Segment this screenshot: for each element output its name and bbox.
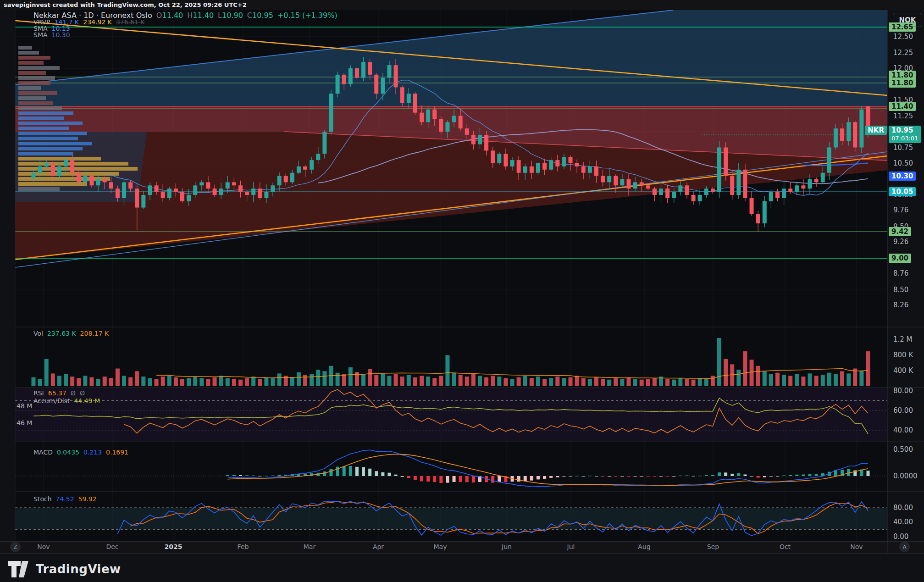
chart-canvas[interactable] <box>0 0 924 582</box>
indicator-value: Ø <box>71 389 76 397</box>
indicator-value: Ø <box>80 389 85 397</box>
time-axis-label-Jun: Jun <box>502 543 512 550</box>
price-axis-label: 11.25 <box>893 112 913 120</box>
rsi-axis-label: 40.00 <box>893 426 913 434</box>
stoch-legend[interactable]: Stoch74.5259.92 <box>33 495 97 503</box>
accum-axis-label: 48 M <box>17 402 32 410</box>
time-axis-label-May: May <box>434 543 447 550</box>
indicator-name: SMA <box>33 31 48 39</box>
indicator-value: 65.37 <box>48 389 66 397</box>
indicator-value: 74.52 <box>56 495 74 503</box>
ohlc-O: O11.40 <box>156 11 183 20</box>
price-axis-label: 12.50 <box>893 33 913 41</box>
timezone-button[interactable]: Z <box>10 542 21 552</box>
rsi-pane <box>15 388 887 441</box>
legend-row-sma-2[interactable]: SMA10.30 <box>33 31 70 39</box>
stoch-axis-label: 40.00 <box>893 518 913 526</box>
indicator-value: 237.63 K <box>47 330 76 337</box>
tradingview-logo[interactable]: TradingView <box>8 560 121 578</box>
macd-axis-label: 0.0000 <box>893 472 918 480</box>
indicator-value: 376.61 K <box>116 18 145 26</box>
time-axis-label-Aug: Aug <box>638 543 650 550</box>
axis-settings-button[interactable]: A <box>899 542 910 552</box>
volume-axis-label: 1.2 M <box>893 335 913 344</box>
time-axis-label-2025: 2025 <box>165 543 183 550</box>
rsi-legend[interactable]: RSI65.37ØØ <box>33 389 85 397</box>
indicator-name: Vol <box>33 330 43 337</box>
rsi-axis-label: 80.00 <box>893 387 913 395</box>
price-axis-label: 9.26 <box>893 238 908 246</box>
indicator-value: 44.49 M <box>74 397 100 405</box>
accum-axis-label: 46 M <box>17 419 32 427</box>
rsi-axis-label: 60.00 <box>893 406 913 415</box>
time-axis-label-Apr: Apr <box>373 543 384 550</box>
price-axis-label: 10.50 <box>893 159 913 167</box>
price-axis-label: 12.25 <box>893 49 913 57</box>
accum-dist-legend[interactable]: Accum/Dist44.49 M <box>33 397 100 405</box>
indicator-value: 59.92 <box>78 495 97 503</box>
time-axis-label-Mar: Mar <box>304 543 315 550</box>
price-badge-10.30: 10.30 <box>889 172 916 181</box>
indicator-value: 0.1691 <box>106 449 128 456</box>
time-axis-label-Jul: Jul <box>567 543 575 550</box>
ohlc-C: C10.95 <box>247 11 273 20</box>
price-badge-11.40: 11.40 <box>889 102 916 111</box>
indicator-name: RSI <box>33 389 44 397</box>
volume-legend[interactable]: Vol237.63 K208.17 K <box>33 330 109 337</box>
indicator-name: Stoch <box>33 495 52 503</box>
ohlc-H: H11.40 <box>187 11 214 20</box>
price-badge-9.00: 9.00 <box>889 254 911 263</box>
price-axis-label: 8.50 <box>893 286 908 294</box>
change-value: +0.15 (+1.39%) <box>277 11 338 20</box>
price-badge-10.05: 10.05 <box>889 187 916 196</box>
time-axis-label-Oct: Oct <box>780 543 791 550</box>
time-axis-label-Nov: Nov <box>850 543 863 550</box>
time-axis-label-Nov: Nov <box>37 543 50 550</box>
indicator-name: MACD <box>33 449 53 456</box>
indicator-value: 208.17 K <box>80 330 109 337</box>
price-axis-label: 10.75 <box>893 144 913 152</box>
price-badge-9.42: 9.42 <box>889 227 911 236</box>
price-badge-11.80: 11.80 <box>889 78 916 88</box>
time-axis-label-Sep: Sep <box>707 543 719 550</box>
symbol-price-badge: NKR <box>865 126 887 135</box>
volume-axis-label: 400 K <box>893 366 913 375</box>
stoch-axis-label: 0.00 <box>893 532 908 541</box>
macd-legend[interactable]: MACD0.04350.2130.1691 <box>33 449 128 456</box>
macd-axis-label: 0.500 <box>893 445 913 454</box>
volume-bars <box>32 338 870 386</box>
tradingview-chart-app: savepiginvest created with TradingView.c… <box>0 0 924 582</box>
price-badge-10.95: 10.9507:03:01 <box>889 126 921 143</box>
indicator-name: Accum/Dist <box>33 397 70 405</box>
stoch-pane <box>15 501 887 536</box>
tradingview-logo-text: TradingView <box>36 562 121 576</box>
indicator-value: 0.213 <box>83 449 102 456</box>
ohlc-L: L10.90 <box>218 11 243 20</box>
price-axis-label: 8.26 <box>893 301 908 309</box>
tradingview-logo-icon <box>8 560 31 578</box>
indicator-value: 0.0435 <box>57 449 79 456</box>
volume-axis-label: 800 K <box>893 351 913 359</box>
indicator-value: 10.30 <box>52 31 70 39</box>
time-axis-label-Feb: Feb <box>238 543 249 550</box>
stoch-axis-label: 80.00 <box>893 504 913 512</box>
currency-toggle-button[interactable]: NOK <box>893 13 922 27</box>
price-axis-label: 8.76 <box>893 269 908 277</box>
macd-pane <box>15 450 887 487</box>
time-axis-label-Dec: Dec <box>106 543 118 550</box>
countdown-timer: 07:03:01 <box>891 134 918 143</box>
price-axis-label: 9.76 <box>893 206 908 214</box>
indicator-value: 234.92 K <box>83 18 112 26</box>
